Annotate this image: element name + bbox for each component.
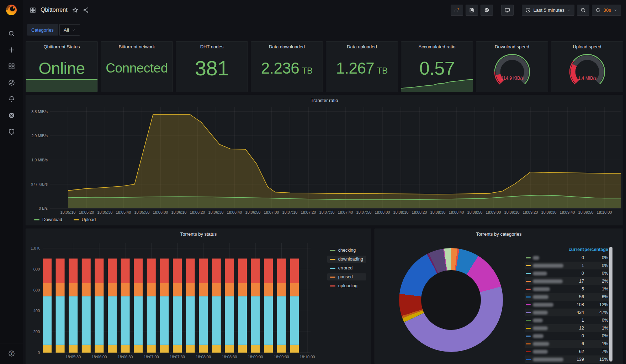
svg-text:18:09:30: 18:09:30: [541, 210, 557, 214]
svg-text:18:10:00: 18:10:00: [300, 355, 315, 359]
legend-item-upload[interactable]: Upload: [72, 217, 98, 223]
variable-value-dropdown[interactable]: All: [59, 24, 80, 36]
table-row[interactable]: 121%: [525, 324, 609, 332]
legend-item-checking[interactable]: checking: [327, 247, 366, 254]
table-row[interactable]: 10%: [525, 316, 609, 324]
cell-current: 6: [563, 341, 584, 346]
panel-title[interactable]: Upload speed: [551, 44, 623, 49]
redacted-category-label: [533, 264, 563, 268]
svg-text:18:05:20: 18:05:20: [79, 210, 94, 214]
column-header-percentage[interactable]: percentage: [584, 247, 608, 252]
cell-percentage: 2%: [584, 279, 608, 284]
cell-percentage: 0%: [584, 333, 608, 338]
table-row[interactable]: 00%: [525, 254, 609, 262]
dashboards-icon: [8, 63, 15, 70]
legend-dash: [526, 273, 531, 274]
table-row[interactable]: 51%: [525, 285, 609, 293]
star-icon[interactable]: [72, 7, 78, 13]
sidebar-item-dashboards[interactable]: [4, 60, 19, 72]
table-row[interactable]: 00%: [525, 269, 609, 277]
svg-text:18:08:20: 18:08:20: [412, 210, 427, 214]
explore-icon: [8, 79, 15, 86]
panel-transfer-ratio: Transfer ratio 18:05:1018:05:2018:05:301…: [26, 95, 623, 225]
svg-text:18:09:30: 18:09:30: [274, 355, 289, 359]
redacted-category-label: [533, 318, 543, 322]
save-button[interactable]: [466, 5, 478, 16]
grafana-dashboard: { "app": { "accent_orange": "#eb7b18", "…: [0, 0, 626, 364]
legend-dash: [526, 257, 531, 258]
panel-title[interactable]: Download speed: [476, 44, 548, 49]
legend-dash: [526, 320, 531, 321]
svg-text:400: 400: [33, 309, 40, 313]
panel-title[interactable]: Qbittorrent Status: [26, 44, 97, 49]
column-header-current[interactable]: current: [563, 247, 584, 252]
legend-item-downloading[interactable]: downloading: [327, 256, 366, 263]
categories-donut-chart[interactable]: [399, 248, 503, 352]
legend-label: errored: [338, 266, 352, 271]
stat-value: Connected: [101, 61, 173, 75]
zoom-out-button[interactable]: [577, 5, 589, 16]
sidebar-item-shield[interactable]: [4, 126, 19, 137]
legend-dash: [330, 277, 335, 278]
svg-text:18:07:40: 18:07:40: [338, 210, 353, 214]
sidebar-item-explore[interactable]: [4, 77, 19, 88]
donut-hole: [421, 270, 481, 330]
dashboard-title[interactable]: Qbittorrent: [41, 7, 68, 13]
sidebar-item-settings[interactable]: [4, 109, 19, 121]
panel-title[interactable]: Torrents by status: [26, 231, 371, 237]
table-row[interactable]: 13915%: [525, 355, 609, 363]
table-row[interactable]: 172%: [525, 277, 609, 285]
chevron-down-icon: [72, 27, 76, 33]
gauge-upload-speed[interactable]: 1.4 MiB/s: [569, 53, 606, 90]
panel-title[interactable]: Torrents by categories: [375, 231, 623, 237]
stat-panel-bittorrent-network: Bittorrent networkConnected: [101, 41, 173, 92]
legend-dash: [526, 265, 531, 266]
table-row[interactable]: 10812%: [525, 301, 609, 309]
torrents-status-chart[interactable]: 18:05:3018:06:0018:06:3018:07:0018:07:30…: [26, 229, 371, 364]
stat-value: 0.57: [401, 59, 473, 77]
panel-title[interactable]: Accumulated ratio: [401, 44, 473, 49]
tv-button[interactable]: [501, 5, 514, 16]
panel-title[interactable]: Data downloaded: [251, 44, 323, 49]
panel-title[interactable]: Data uploaded: [326, 44, 398, 49]
sidebar-item-add[interactable]: [4, 44, 19, 55]
table-row[interactable]: 10%: [525, 262, 609, 269]
table-row[interactable]: 627%: [525, 348, 609, 355]
table-header-row: currentpercentage: [525, 245, 609, 254]
add-panel-button[interactable]: [451, 5, 463, 16]
dashboards-grid-icon[interactable]: [30, 7, 36, 13]
legend-item-errored[interactable]: errored: [327, 264, 366, 272]
variable-value: All: [64, 27, 69, 33]
table-row[interactable]: 42447%: [525, 309, 609, 316]
svg-text:18:06:00: 18:06:00: [91, 355, 107, 359]
clock-button[interactable]: Last 5 minutes: [522, 5, 574, 16]
cell-percentage: 0%: [584, 318, 608, 323]
sidebar-item-search[interactable]: [4, 28, 19, 39]
stat-panel-data-uploaded: Data uploaded1.267TB: [326, 41, 398, 92]
cell-percentage: 0%: [584, 263, 608, 268]
legend-item-uploading[interactable]: uploading: [327, 282, 366, 289]
share-icon[interactable]: [83, 7, 89, 13]
legend-item-download[interactable]: Download: [32, 217, 64, 223]
table-row[interactable]: 61%: [525, 340, 609, 348]
svg-text:18:07:10: 18:07:10: [282, 210, 298, 214]
stat-value: 381: [176, 58, 248, 79]
settings-button[interactable]: [481, 5, 493, 16]
panel-title[interactable]: Bittorrent network: [101, 44, 173, 49]
panel-title[interactable]: Transfer ratio: [26, 98, 623, 103]
sidebar-item-alerting[interactable]: [4, 93, 19, 105]
refresh-button[interactable]: 30s: [592, 5, 621, 16]
svg-text:18:05:10: 18:05:10: [60, 210, 76, 214]
table-scrollbar[interactable]: [609, 247, 612, 362]
transfer-ratio-chart[interactable]: 18:05:1018:05:2018:05:3018:05:4018:05:50…: [26, 95, 623, 225]
table-row[interactable]: 00%: [525, 332, 609, 340]
sidebar-item-help[interactable]: ?: [4, 348, 19, 359]
table-row[interactable]: 566%: [525, 293, 609, 301]
grafana-logo[interactable]: [0, 0, 23, 20]
gauge-download-speed[interactable]: 314.9 KiB/s: [494, 53, 531, 90]
panel-title[interactable]: DHT nodes: [176, 44, 248, 49]
svg-text:18:07:00: 18:07:00: [264, 210, 279, 214]
svg-text:18:09:00: 18:09:00: [486, 210, 501, 214]
svg-text:18:08:00: 18:08:00: [196, 355, 211, 359]
legend-item-paused[interactable]: paused: [327, 273, 366, 280]
